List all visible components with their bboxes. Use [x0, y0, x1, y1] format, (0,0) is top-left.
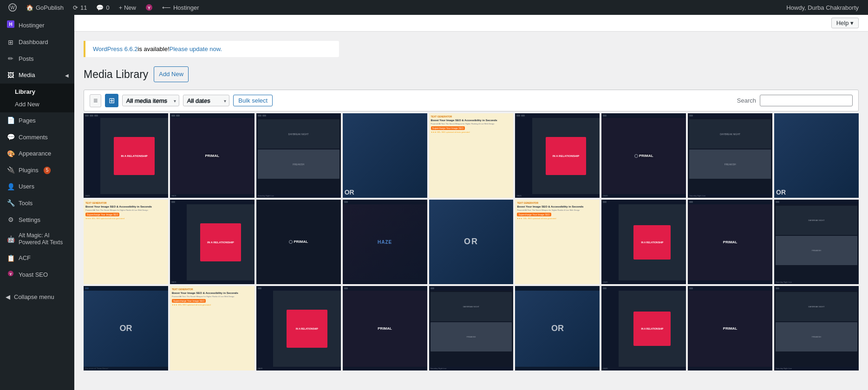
sidebar-item-users[interactable]: 👤 Users: [0, 179, 74, 195]
acf-icon: 📋: [7, 254, 15, 263]
sidebar-acf-label: ACF: [19, 254, 31, 262]
sidebar-item-plugins[interactable]: 🔌 Plugins 5: [0, 162, 74, 179]
filter-media-wrap: All media items All media items: [122, 95, 179, 106]
media-item[interactable]: PRIMAL HAZE: [170, 113, 255, 198]
media-item[interactable]: DAYBREAK NIGHT FREAKISH Saturday Night L…: [774, 286, 859, 370]
update-now-link[interactable]: Please update now.: [170, 46, 222, 52]
users-icon: 👤: [7, 182, 15, 192]
page-title-row: Media Library Add New: [84, 66, 859, 82]
collapse-menu-button[interactable]: ◀ Collapse menu: [0, 289, 74, 305]
media-item[interactable]: PRIMAL: [688, 286, 772, 370]
search-input[interactable]: [760, 95, 853, 106]
home-icon: 🏠: [26, 4, 33, 11]
filter-dates-select[interactable]: All dates: [183, 95, 229, 106]
new-content-item[interactable]: + New: [114, 0, 141, 15]
media-item[interactable]: IN A RELATIONSHIP HAZE: [170, 200, 255, 284]
media-item[interactable]: PRIMAL HAZE: [601, 113, 686, 198]
bulk-select-button[interactable]: Bulk select: [233, 95, 273, 106]
sidebar-tools-label: Tools: [19, 199, 33, 208]
grid-view-button[interactable]: ⊞: [105, 94, 118, 107]
help-bar: Help ▾: [74, 15, 868, 32]
media-item[interactable]: DAYBREAK NIGHT FREAKISH Saturday Night L…: [429, 286, 514, 370]
media-item[interactable]: DAYBREAK NIGHT FREAKISH Saturday Night L…: [774, 200, 859, 284]
svg-text:Y: Y: [148, 6, 150, 10]
update-notice: WordPress 6.6.2 is available! Please upd…: [84, 41, 339, 57]
wordpress-update-link[interactable]: WordPress 6.6.2: [93, 46, 138, 52]
media-item[interactable]: TEXT GENERATOR Boost Your Image SEO & Ac…: [84, 200, 168, 284]
posts-icon: ✏: [7, 54, 15, 64]
page-content: WordPress 6.6.2 is available! Please upd…: [74, 32, 868, 390]
media-item[interactable]: DAYBREAK NIGHT FREAKISH Saturday Night L…: [256, 113, 341, 198]
sidebar-item-acf[interactable]: 📋 ACF: [0, 250, 74, 267]
sidebar-item-settings[interactable]: ⚙ Settings: [0, 212, 74, 228]
sidebar-item-yoast-seo[interactable]: Y Yoast SEO: [0, 266, 74, 283]
hostinger-item[interactable]: ⟵ Hostinger: [157, 0, 204, 15]
media-item[interactable]: IN A RELATIONSHIP HAZE: [515, 113, 600, 198]
site-name-item[interactable]: 🏠 GoPublish: [21, 0, 68, 15]
add-new-button[interactable]: Add New: [154, 66, 189, 82]
media-item[interactable]: OR: [774, 113, 859, 198]
media-item[interactable]: OR: [515, 286, 600, 370]
media-item[interactable]: PRIMAL: [688, 200, 772, 284]
media-item[interactable]: TEXT GENERATOR Boost Your Image SEO & Ac…: [170, 286, 255, 370]
sidebar-hostinger-label: Hostinger: [19, 21, 45, 30]
sidebar: H Hostinger ⊞ Dashboard ✏ Posts 🖼 Media …: [0, 15, 74, 390]
sidebar-item-comments[interactable]: 💬 Comments: [0, 129, 74, 146]
user-greeting: Howdy, Durba Chakraborty: [781, 4, 864, 11]
sidebar-yoast-label: Yoast SEO: [19, 271, 48, 279]
help-button[interactable]: Help ▾: [831, 18, 859, 28]
collapse-icon: ◀: [6, 293, 10, 300]
hostinger-label: Hostinger: [173, 4, 199, 11]
svg-text:W: W: [10, 5, 15, 10]
admin-bar: W 🏠 GoPublish ⟳ 11 💬 0 + New Y ⟵ Hosting…: [0, 0, 868, 15]
update-message: is available!: [138, 46, 170, 52]
media-submenu: Library Add New: [0, 84, 74, 112]
comments-item[interactable]: 💬 0: [91, 0, 114, 15]
page-title: Media Library: [84, 68, 148, 81]
sidebar-settings-label: Settings: [19, 216, 40, 224]
media-item[interactable]: IN A RELATIONSHIP HAZE: [256, 286, 341, 370]
media-item[interactable]: TEXT GENERATOR Boost Your Image SEO & Ac…: [515, 200, 600, 284]
sidebar-item-media[interactable]: 🖼 Media ◀: [0, 67, 74, 84]
comments-icon: 💬: [96, 4, 104, 11]
collapse-label: Collapse menu: [14, 293, 54, 300]
sidebar-posts-label: Posts: [19, 55, 34, 63]
media-arrow-icon: ◀: [65, 72, 69, 79]
updates-icon: ⟳: [73, 4, 78, 11]
sidebar-item-tools[interactable]: 🔧 Tools: [0, 195, 74, 212]
filter-media-select[interactable]: All media items: [122, 95, 179, 106]
comments-sidebar-icon: 💬: [7, 133, 15, 142]
media-item[interactable]: OR The movie of "Texas Dinner": [84, 286, 168, 370]
sidebar-dashboard-label: Dashboard: [19, 38, 48, 46]
search-label: Search: [737, 97, 756, 104]
media-item[interactable]: IN A RELATIONSHIP HAZE: [84, 113, 168, 198]
sidebar-item-posts[interactable]: ✏ Posts: [0, 51, 74, 67]
wp-logo-item[interactable]: W: [4, 0, 21, 15]
sidebar-item-hostinger[interactable]: H Hostinger: [0, 17, 74, 34]
sidebar-item-pages[interactable]: 📄 Pages: [0, 112, 74, 129]
sidebar-item-alt-magic[interactable]: 🤖 Alt Magic: AI Powered Alt Texts: [0, 228, 74, 250]
media-item[interactable]: HAZE: [343, 200, 427, 284]
media-item[interactable]: IN A RELATIONSHIP HAZE: [601, 200, 686, 284]
media-item[interactable]: OR: [429, 200, 514, 284]
media-item[interactable]: IN A RELATIONSHIP HAZE: [601, 286, 686, 370]
sidebar-comments-label: Comments: [19, 133, 48, 142]
media-item[interactable]: PRIMAL: [343, 286, 427, 370]
sidebar-sub-library[interactable]: Library: [0, 85, 74, 98]
media-item[interactable]: PRIMAL: [256, 200, 341, 284]
yoast-item[interactable]: Y: [141, 0, 157, 15]
sidebar-item-dashboard[interactable]: ⊞ Dashboard: [0, 34, 74, 51]
media-icon: 🖼: [7, 71, 15, 80]
yoast-seo-icon: Y: [7, 270, 15, 280]
updates-item[interactable]: ⟳ 11: [68, 0, 91, 15]
media-item[interactable]: TEXT GENERATOR Boost Your Image SEO & Ac…: [429, 113, 514, 198]
content-area: Help ▾ WordPress 6.6.2 is available! Ple…: [74, 15, 868, 390]
media-grid: IN A RELATIONSHIP HAZE: [84, 113, 859, 370]
settings-icon: ⚙: [7, 215, 15, 225]
media-item[interactable]: DAYBREAK NIGHT FREAKISH Saturday Night L…: [688, 113, 772, 198]
sidebar-alt-magic-label: Alt Magic: AI Powered Alt Texts: [19, 232, 69, 247]
media-item[interactable]: OR: [343, 113, 427, 198]
sidebar-sub-add-new[interactable]: Add New: [0, 98, 74, 110]
list-view-button[interactable]: ≡: [90, 94, 101, 107]
sidebar-item-appearance[interactable]: 🎨 Appearance: [0, 146, 74, 162]
